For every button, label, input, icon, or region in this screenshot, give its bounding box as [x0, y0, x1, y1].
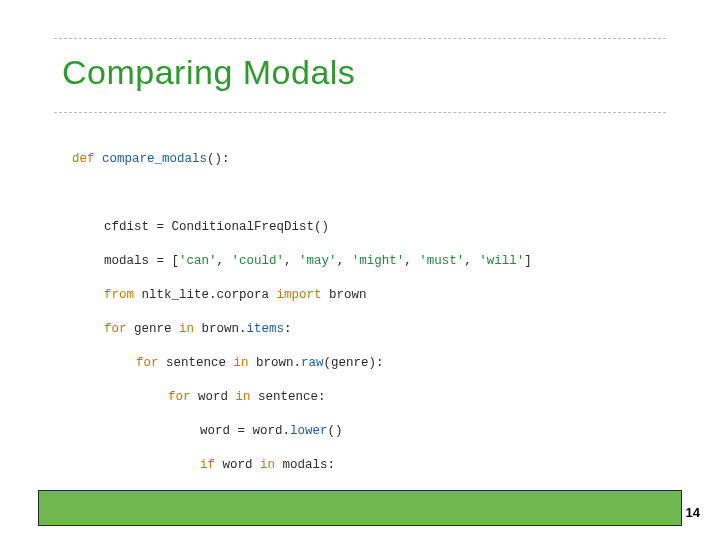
- slide-title: Comparing Modals: [62, 53, 658, 92]
- code-line: if word in modals:: [200, 457, 672, 474]
- slide: Comparing Modals def compare_modals(): c…: [0, 0, 720, 540]
- code-line: for genre in brown.items:: [104, 321, 672, 338]
- code-line: word = word.lower(): [200, 423, 672, 440]
- code-line: for sentence in brown.raw(genre):: [136, 355, 672, 372]
- footer-bar: [38, 490, 682, 526]
- footer: 14: [0, 490, 720, 540]
- code-line: def compare_modals():: [72, 151, 672, 168]
- title-box: Comparing Modals: [54, 38, 666, 113]
- code-line: cfdist = ConditionalFreqDist(): [104, 219, 672, 236]
- page-number: 14: [686, 505, 700, 520]
- code-blank-line: [72, 185, 672, 202]
- code-block: def compare_modals(): cfdist = Condition…: [72, 134, 672, 540]
- code-line: modals = ['can', 'could', 'may', 'might'…: [104, 253, 672, 270]
- code-line: for word in sentence:: [168, 389, 672, 406]
- code-line: from nltk_lite.corpora import brown: [104, 287, 672, 304]
